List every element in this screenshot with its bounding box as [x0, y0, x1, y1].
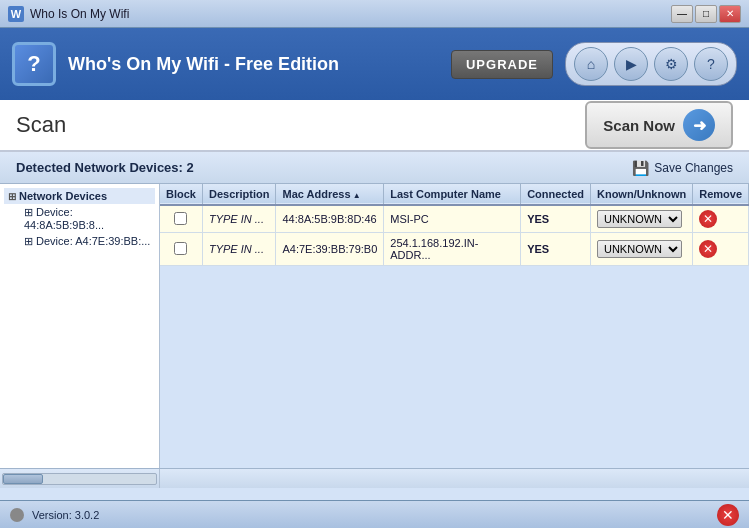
description-cell-1: TYPE IN ... — [202, 205, 276, 233]
col-mac-address[interactable]: Mac Address — [276, 184, 384, 205]
connected-cell-2: YES — [521, 233, 591, 266]
table-scroll-area — [160, 469, 749, 488]
sidebar-device-2[interactable]: ⊞ Device: A4:7E:39:BB:... — [4, 233, 155, 250]
status-indicator — [10, 508, 24, 522]
app-title: Who's On My Wifi - Free Edition — [68, 54, 439, 75]
maximize-button[interactable]: □ — [695, 5, 717, 23]
version-text: Version: 3.0.2 — [32, 509, 99, 521]
mac-cell-2: A4:7E:39:BB:79:B0 — [276, 233, 384, 266]
block-cell-2[interactable] — [160, 233, 202, 266]
known-unknown-cell-1: UNKNOWN KNOWN — [590, 205, 692, 233]
known-unknown-cell-2: UNKNOWN KNOWN — [590, 233, 692, 266]
app-icon: W — [8, 6, 24, 22]
block-checkbox-2[interactable] — [174, 242, 187, 255]
known-unknown-select-2[interactable]: UNKNOWN KNOWN — [597, 240, 682, 258]
sidebar: ⊞ Network Devices ⊞ Device: 44:8A:5B:9B:… — [0, 184, 160, 468]
title-bar: W Who Is On My Wifi — □ ✕ — [0, 0, 749, 28]
sidebar-device-2-label: ⊞ Device: A4:7E:39:BB:... — [24, 235, 150, 247]
main-content: ⊞ Network Devices ⊞ Device: 44:8A:5B:9B:… — [0, 184, 749, 468]
save-changes-button[interactable]: 💾 Save Changes — [632, 160, 733, 176]
computer-name-cell-2: 254.1.168.192.IN-ADDR... — [384, 233, 521, 266]
app-header: ? Who's On My Wifi - Free Edition UPGRAD… — [0, 28, 749, 100]
scan-section: Scan Scan Now ➜ — [0, 100, 749, 152]
col-block: Block — [160, 184, 202, 205]
title-bar-controls: — □ ✕ — [671, 5, 741, 23]
status-bar: Version: 3.0.2 ✕ — [0, 500, 749, 528]
scroll-thumb[interactable] — [3, 474, 43, 484]
block-checkbox-1[interactable] — [174, 212, 187, 225]
col-connected: Connected — [521, 184, 591, 205]
sidebar-root-item[interactable]: ⊞ Network Devices — [4, 188, 155, 204]
home-nav-button[interactable]: ⌂ — [574, 47, 608, 81]
app-logo: ? — [12, 42, 56, 86]
scan-now-label: Scan Now — [603, 117, 675, 134]
connected-cell-1: YES — [521, 205, 591, 233]
title-bar-text: Who Is On My Wifi — [30, 7, 671, 21]
remove-button-1[interactable]: ✕ — [699, 210, 717, 228]
remove-cell-1: ✕ — [693, 205, 749, 233]
header-nav: ⌂ ▶ ⚙ ? — [565, 42, 737, 86]
tree-expand-icon: ⊞ — [8, 191, 16, 202]
devices-bar: Detected Network Devices: 2 💾 Save Chang… — [0, 152, 749, 184]
status-close-button[interactable]: ✕ — [717, 504, 739, 526]
table-row: TYPE IN ... A4:7E:39:BB:79:B0 254.1.168.… — [160, 233, 749, 266]
status-left: Version: 3.0.2 — [10, 508, 99, 522]
minimize-button[interactable]: — — [671, 5, 693, 23]
devices-count: Detected Network Devices: 2 — [16, 160, 194, 175]
sidebar-device-1[interactable]: ⊞ Device: 44:8A:5B:9B:8... — [4, 204, 155, 233]
sidebar-scrollbar[interactable] — [0, 469, 160, 488]
remove-cell-2: ✕ — [693, 233, 749, 266]
description-cell-2: TYPE IN ... — [202, 233, 276, 266]
sidebar-scroll-area — [0, 468, 749, 488]
scan-title: Scan — [16, 112, 66, 138]
table-header-row: Block Description Mac Address Last Compu… — [160, 184, 749, 205]
upgrade-button[interactable]: UPGRADE — [451, 50, 553, 79]
close-button[interactable]: ✕ — [719, 5, 741, 23]
devices-table: Block Description Mac Address Last Compu… — [160, 184, 749, 266]
col-last-computer-name: Last Computer Name — [384, 184, 521, 205]
scroll-track — [2, 473, 157, 485]
sidebar-root-label: Network Devices — [19, 190, 107, 202]
col-known-unknown: Known/Unknown — [590, 184, 692, 205]
scan-now-button[interactable]: Scan Now ➜ — [585, 101, 733, 149]
table-row: TYPE IN ... 44:8A:5B:9B:8D:46 MSI-PC YES… — [160, 205, 749, 233]
mac-cell-1: 44:8A:5B:9B:8D:46 — [276, 205, 384, 233]
sidebar-device-1-label: ⊞ Device: 44:8A:5B:9B:8... — [24, 206, 104, 231]
save-icon: 💾 — [632, 160, 649, 176]
play-nav-button[interactable]: ▶ — [614, 47, 648, 81]
known-unknown-select-1[interactable]: UNKNOWN KNOWN — [597, 210, 682, 228]
table-area: Block Description Mac Address Last Compu… — [160, 184, 749, 468]
scan-arrow-icon: ➜ — [683, 109, 715, 141]
save-changes-label: Save Changes — [654, 161, 733, 175]
block-cell-1[interactable] — [160, 205, 202, 233]
settings-nav-button[interactable]: ⚙ — [654, 47, 688, 81]
computer-name-cell-1: MSI-PC — [384, 205, 521, 233]
col-description: Description — [202, 184, 276, 205]
col-remove: Remove — [693, 184, 749, 205]
remove-button-2[interactable]: ✕ — [699, 240, 717, 258]
help-nav-button[interactable]: ? — [694, 47, 728, 81]
